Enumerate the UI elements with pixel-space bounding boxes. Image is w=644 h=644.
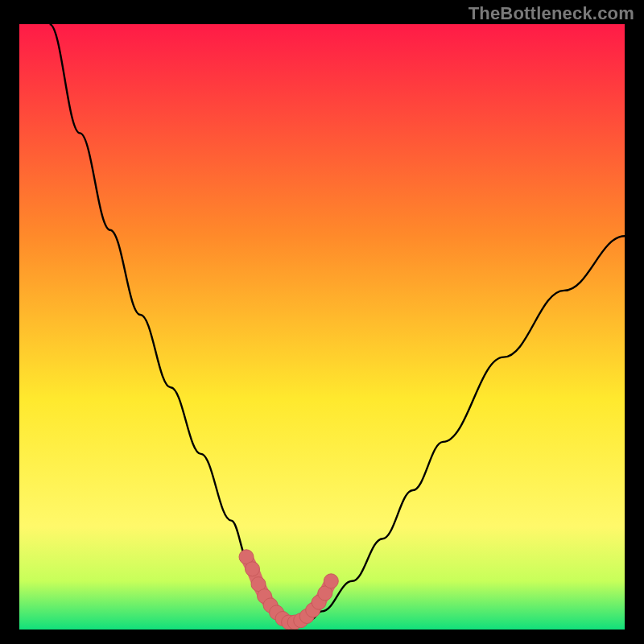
gradient-background xyxy=(19,24,625,630)
attribution-label: TheBottleneck.com xyxy=(469,3,634,24)
marker-dot xyxy=(246,562,260,576)
bottleneck-chart xyxy=(19,24,625,630)
chart-stage: TheBottleneck.com xyxy=(0,0,644,644)
plot-area xyxy=(19,24,625,630)
marker-dot xyxy=(324,574,338,588)
